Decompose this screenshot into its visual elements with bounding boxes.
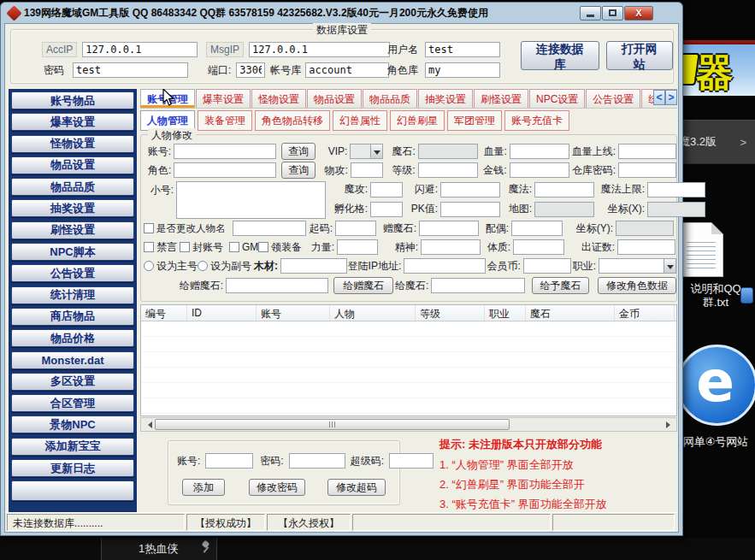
login-ip-input[interactable] <box>404 258 486 274</box>
ban-checkbox-group[interactable]: 封账号 <box>180 240 229 255</box>
accip-input[interactable] <box>82 42 198 57</box>
tab-row2-5[interactable]: 军团管理 <box>447 110 502 131</box>
sidebar-item-0[interactable]: 账号物品 <box>11 91 134 109</box>
rename-checkbox[interactable] <box>144 223 154 233</box>
new-name-input[interactable] <box>233 221 306 236</box>
modify-role-data-button[interactable]: 修改角色数据 <box>598 277 676 294</box>
sidebar-item-3[interactable]: 物品设置 <box>11 156 134 174</box>
hatch-input[interactable] <box>370 202 403 217</box>
give-gift-moshi-input[interactable] <box>226 278 328 293</box>
sidebar-item-15[interactable]: 景物NPC <box>11 416 134 433</box>
vip-dropdown[interactable] <box>350 144 383 159</box>
level-input[interactable] <box>418 162 478 178</box>
browser-icon[interactable]: e <box>676 345 755 426</box>
role-db-input[interactable] <box>425 62 500 78</box>
table-header-2[interactable]: 账号 <box>257 305 330 321</box>
sidebar-item-10[interactable]: 商店物品 <box>11 308 134 326</box>
table-row[interactable] <box>141 368 676 383</box>
acct-account-input[interactable] <box>205 453 253 469</box>
acct-password-input[interactable] <box>289 453 345 469</box>
table-header-4[interactable]: 等级 <box>416 305 485 321</box>
tab-row2-4[interactable]: 幻兽刷星 <box>390 110 445 131</box>
pk-input[interactable] <box>440 202 500 217</box>
table-body[interactable] <box>141 321 676 414</box>
scroll-left-arrow-icon[interactable] <box>141 418 155 431</box>
spouse-input[interactable] <box>511 221 563 236</box>
moshi-input[interactable] <box>418 144 478 159</box>
set-main-radio-group[interactable]: 设为主号 <box>144 259 198 274</box>
port-input[interactable] <box>236 62 265 78</box>
hp-input[interactable] <box>510 144 569 159</box>
tab-scroll-left-icon[interactable]: < <box>653 90 665 105</box>
scroll-right-arrow-icon[interactable] <box>663 418 676 431</box>
titlebar[interactable]: 139网络魔域GM工具版 QQ 86483342 QQ群 63578159 42… <box>4 3 679 23</box>
sidebar-item-7[interactable]: NPC脚本 <box>11 243 134 261</box>
hp-cap-input[interactable] <box>618 144 676 159</box>
table-header-6[interactable]: 魔石 <box>526 305 615 321</box>
sidebar-item-14[interactable]: 合区管理 <box>11 394 134 412</box>
mp-input[interactable] <box>534 182 594 197</box>
table-header-3[interactable]: 人物 <box>330 305 416 321</box>
map-input[interactable] <box>534 202 594 217</box>
tab-row1-8[interactable]: 公告设置 <box>586 89 640 108</box>
username-input[interactable] <box>425 42 500 57</box>
dodge-input[interactable] <box>440 182 500 197</box>
folder-label[interactable]: 1热血侠 <box>139 541 178 557</box>
tab-row1-2[interactable]: 怪物设置 <box>251 89 306 108</box>
account-db-input[interactable] <box>305 62 389 78</box>
sidebar-item-2[interactable]: 怪物设置 <box>11 135 134 153</box>
tab-row1-7[interactable]: NPC设置 <box>529 89 585 108</box>
open-website-button[interactable]: 打开网站 <box>606 41 673 70</box>
job-dropdown[interactable] <box>599 258 676 274</box>
jump-list-item[interactable]: 魔3.2版 > <box>682 120 755 164</box>
table-row[interactable] <box>141 383 676 398</box>
tab-row1-5[interactable]: 抽奖设置 <box>418 89 473 108</box>
sidebar-item-17[interactable]: 更新日志 <box>11 459 134 477</box>
tab-scroll-right-icon[interactable]: > <box>665 90 677 105</box>
connect-db-button[interactable]: 连接数据库 <box>521 41 599 70</box>
table-header-1[interactable]: ID <box>187 305 257 321</box>
sidebar-item-9[interactable]: 统计清理 <box>11 286 134 304</box>
gift-moshi-count-input[interactable] <box>419 221 479 236</box>
set-sub-radio[interactable] <box>198 261 208 271</box>
table-row[interactable] <box>141 321 676 337</box>
sidebar-item-1[interactable]: 爆率设置 <box>11 113 134 131</box>
query-role-button[interactable]: 查询 <box>281 162 316 179</box>
password-input[interactable] <box>73 62 188 78</box>
member-coin-input[interactable] <box>523 258 571 274</box>
minimize-button[interactable] <box>580 6 601 21</box>
close-button[interactable]: X <box>624 6 653 21</box>
sidebar-item-8[interactable]: 公告设置 <box>11 264 134 282</box>
wood-input[interactable] <box>280 258 347 274</box>
give-moshi-button[interactable]: 给予魔石 <box>532 277 589 294</box>
constitution-input[interactable] <box>513 239 564 255</box>
scrollbar-track[interactable] <box>510 418 663 431</box>
sidebar-item-4[interactable]: 物品品质 <box>11 178 134 196</box>
pin-icon[interactable] <box>200 541 210 553</box>
sidebar-item-11[interactable]: 物品价格 <box>11 329 134 347</box>
acct-supercode-input[interactable] <box>389 453 434 469</box>
tab-row2-2[interactable]: 角色物品转移 <box>255 110 330 131</box>
sidebar-item-12[interactable]: Monster.dat <box>11 351 134 369</box>
browser-icon-label[interactable]: 网单④号网站 <box>678 434 753 449</box>
qima-input[interactable] <box>335 221 376 236</box>
set-sub-radio-group[interactable]: 设为副号 <box>198 259 251 274</box>
scrollbar-thumb[interactable] <box>155 419 510 430</box>
account-query-input[interactable] <box>174 144 276 159</box>
msgip-input[interactable] <box>249 42 390 57</box>
tab-row1-6[interactable]: 刷怪设置 <box>474 89 528 108</box>
table-row[interactable] <box>141 352 676 368</box>
equip-checkbox-group[interactable]: 领装备 <box>258 240 308 255</box>
money-input[interactable] <box>510 162 569 178</box>
partial-desktop-icon[interactable] <box>740 287 753 304</box>
mp-cap-input[interactable] <box>647 182 705 197</box>
storage-pw-input[interactable] <box>618 162 676 178</box>
alt-accounts-textarea[interactable] <box>176 181 326 219</box>
tab-row2-6[interactable]: 账号充值卡 <box>504 110 569 131</box>
tab-row2-3[interactable]: 幻兽属性 <box>333 110 387 131</box>
give-moshi-input[interactable] <box>431 278 525 293</box>
strength-input[interactable] <box>337 239 378 255</box>
coord-x-input[interactable] <box>647 202 705 217</box>
table-header-7[interactable]: 金币 <box>615 305 675 321</box>
sidebar-item-5[interactable]: 抽奖设置 <box>11 199 134 217</box>
